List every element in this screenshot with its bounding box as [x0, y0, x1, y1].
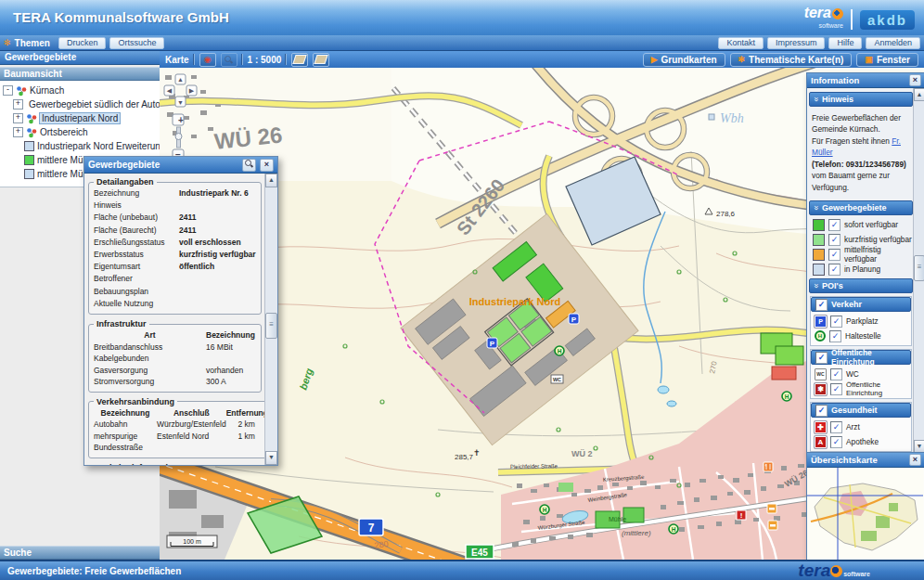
apotheke-icon: A	[815, 436, 827, 448]
area-color-swatch	[24, 141, 34, 151]
field-label: Erschließungsstatus	[94, 237, 179, 249]
collapse-icon[interactable]: -	[3, 85, 13, 96]
hinweis-section-header[interactable]: » Hinweis	[809, 92, 913, 107]
status-text: Gewerbegebiete: Freie Gewerbeflächen	[7, 566, 181, 576]
overview-close-icon[interactable]: ×	[909, 454, 921, 466]
group-checkbox[interactable]: ✓	[815, 299, 828, 311]
tree-node-gewerbegebiet-sued[interactable]: + Gewerbegebiet südlich der Autobahn	[0, 97, 160, 111]
app-header: TERA Kommunalsoftware GmbH terasoftware …	[0, 0, 924, 35]
hilfe-button[interactable]: Hilfe	[828, 37, 862, 49]
expand-icon[interactable]: +	[13, 99, 23, 110]
overview-titlebar[interactable]: Übersichtskarte ×	[807, 453, 924, 468]
popup-close-icon[interactable]: ×	[260, 159, 274, 172]
svg-text:Mühle: Mühle	[609, 516, 626, 522]
legend-checkbox[interactable]: ✓	[828, 264, 841, 276]
svg-text:(mittlere): (mittlere)	[622, 529, 651, 537]
arzt-icon: ✚	[815, 421, 827, 433]
polygon-select-icon[interactable]	[291, 53, 308, 67]
header-logos: terasoftware akdb	[804, 6, 915, 32]
svg-text:H: H	[785, 393, 789, 400]
kontakt-button[interactable]: Kontakt	[718, 37, 764, 49]
poi-checkbox[interactable]: ✓	[830, 368, 842, 380]
expand-icon[interactable]: +	[13, 113, 23, 123]
svg-text:P: P	[571, 316, 577, 324]
field-label: Aktuelle Nutzung	[94, 298, 179, 310]
tree-leaf-ipn-erweiterung[interactable]: Industriepark Nord Erweiterung	[0, 139, 160, 153]
legend-checkbox[interactable]: ✓	[828, 249, 841, 261]
information-scrollbar[interactable]: ▲ ≡ ▼	[913, 88, 924, 453]
tera-logo-dot-icon	[832, 8, 843, 19]
search-panel-header[interactable]: Suche	[0, 546, 160, 560]
anmelden-button[interactable]: Anmelden	[866, 37, 920, 49]
legend-checkbox[interactable]: ✓	[828, 219, 841, 231]
tree-view-header: Baumansicht	[0, 67, 160, 81]
expand-icon[interactable]: +	[13, 127, 23, 137]
tera-logo: terasoftware	[804, 6, 843, 32]
tree-node-ortsbereich[interactable]: + Ortsbereich	[0, 125, 160, 139]
road-label-wue2: WÜ 2	[571, 449, 593, 458]
tree-node-industriepark-nord[interactable]: + Industriepark Nord	[0, 111, 160, 125]
poi-group-header[interactable]: ✓ Öffentliche Einrichtung	[811, 350, 911, 365]
area-color-swatch	[24, 155, 34, 165]
field-label: Fläche (Baurecht)	[94, 225, 179, 237]
haltestelle-icon: H	[782, 392, 791, 401]
toolbar-separator	[286, 54, 287, 65]
polygon-edit-icon[interactable]	[313, 53, 329, 67]
themen-label[interactable]: Themen	[15, 38, 50, 48]
hinweis-text: Freie Gewerbeflächen der Gemeinde Kürnac…	[809, 109, 913, 199]
scroll-thumb[interactable]: ≡	[265, 313, 277, 339]
scroll-up-button[interactable]: ▲	[265, 174, 277, 187]
popup-scrollbar[interactable]: ▲ ≡ ▼	[264, 174, 277, 465]
drucken-button[interactable]: Drucken	[58, 37, 107, 49]
poi-checkbox[interactable]: ✓	[830, 436, 842, 448]
legend-swatch	[813, 264, 825, 276]
karte-label: Karte	[165, 55, 189, 65]
fenster-button[interactable]: ▣Fenster	[856, 53, 918, 67]
map-toolbar: Karte ◉ 1 : 5000 ▶Grundkarten ✻Thematisc…	[160, 51, 924, 69]
parkplatz-icon: P	[487, 338, 497, 348]
svg-text:H: H	[543, 507, 547, 513]
legend-swatch	[813, 219, 825, 231]
scroll-thumb[interactable]: ≡	[914, 255, 924, 281]
popup-zoom-icon[interactable]	[242, 159, 256, 172]
verkehrsinfrastruktur-fieldset: Verkehrsinfrastruktur ArtAnschlußEntfern…	[88, 463, 262, 465]
poi-checkbox[interactable]: ✓	[830, 421, 842, 433]
label-industriepark-nord: Industriepark Nord	[469, 296, 560, 307]
poi-group-header[interactable]: ✓ Verkehr	[811, 297, 911, 312]
field-label: Hinweis	[94, 200, 179, 212]
poi-checkbox[interactable]: ✓	[830, 383, 842, 395]
scroll-down-button[interactable]: ▼	[265, 451, 277, 465]
svg-text:7: 7	[368, 522, 375, 535]
impressum-button[interactable]: Impressum	[767, 37, 826, 49]
thematische-karten-button[interactable]: ✻Thematische Karte(n)	[730, 53, 853, 67]
field-value: 2411	[179, 212, 256, 224]
svg-text:H: H	[558, 348, 562, 354]
poi-checkbox[interactable]: ✓	[830, 316, 842, 328]
legend-list: ✓ sofort verfügbar ✓ kurzfristig verfügb…	[809, 217, 913, 277]
toolbar-separator	[242, 54, 243, 65]
information-titlebar[interactable]: Information ×	[807, 73, 924, 88]
group-checkbox[interactable]: ✓	[815, 352, 828, 364]
popup-titlebar[interactable]: Gewerbegebiete ×	[84, 157, 277, 174]
svg-text:▲: ▲	[177, 76, 184, 83]
zoom-icon[interactable]	[221, 53, 237, 67]
tree-node-kuernach[interactable]: - Kürnach	[0, 84, 160, 97]
parkplatz-icon: P	[815, 316, 827, 328]
haltestelle-icon: H	[555, 346, 564, 355]
poi-group-gesundheit: ✓ Gesundheit ✚ ✓ Arzt A ✓ Apotheke	[810, 402, 912, 452]
scroll-down-button[interactable]: ▼	[914, 440, 924, 453]
infrastruktur-legend: Infrastruktur	[94, 319, 149, 329]
gewerbegebiete-section-header[interactable]: » Gewerbegebiete	[809, 200, 913, 215]
poi-group-header[interactable]: ✓ Gesundheit	[811, 403, 911, 418]
overview-map[interactable]	[807, 468, 924, 561]
poi-checkbox[interactable]: ✓	[829, 330, 841, 342]
group-checkbox[interactable]: ✓	[815, 405, 828, 417]
grundkarten-button[interactable]: ▶Grundkarten	[643, 53, 725, 67]
pois-section-header[interactable]: » POI's	[809, 278, 913, 293]
select-region-icon[interactable]: ◉	[199, 53, 216, 67]
ortssuche-button[interactable]: Ortssuche	[109, 37, 164, 49]
scroll-up-button[interactable]: ▲	[914, 88, 924, 101]
legend-checkbox[interactable]: ✓	[828, 234, 841, 246]
haltestelle-icon: H	[815, 330, 826, 342]
information-close-icon[interactable]: ×	[909, 74, 921, 86]
